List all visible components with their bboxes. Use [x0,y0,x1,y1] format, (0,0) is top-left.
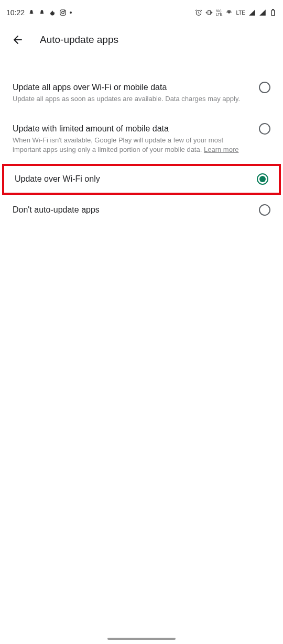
radio-button[interactable] [259,123,270,135]
learn-more-link[interactable]: Learn more [204,146,238,153]
alarm-icon [195,9,202,16]
status-bar-left: 10:22 [6,8,72,17]
nav-bar-indicator[interactable] [107,638,176,640]
svg-point-2 [64,10,65,11]
vibrate-icon [205,9,213,16]
status-bar: 10:22 Vo)LTE LTE [0,0,283,23]
radio-button[interactable] [259,82,270,93]
back-button[interactable] [12,34,24,46]
option-title: Don't auto-update apps [13,204,248,216]
page-header: Auto-update apps [0,23,283,57]
option-text: Update all apps over Wi-Fi or mobile dat… [13,82,259,104]
hotspot-icon [225,9,233,16]
radio-button[interactable] [259,204,270,216]
option-description: When Wi-Fi isn't available, Google Play … [13,136,248,154]
lte-text: LTE [236,10,245,16]
instagram-icon [59,9,67,16]
options-list: Update all apps over Wi-Fi or mobile dat… [0,57,283,225]
option-title: Update over Wi-Fi only [15,173,246,185]
signal-icon-2 [259,9,266,16]
option-title: Update with limited amount of mobile dat… [13,123,248,135]
signal-icon-1 [248,9,256,16]
option-update-all[interactable]: Update all apps over Wi-Fi or mobile dat… [13,72,270,114]
battery-icon [269,9,277,16]
notification-dot [70,12,72,14]
option-wifi-only[interactable]: Update over Wi-Fi only [15,173,268,185]
status-time: 10:22 [6,8,25,17]
radio-button-selected[interactable] [257,173,268,185]
tinder-icon [49,9,56,16]
option-text: Update over Wi-Fi only [15,173,257,185]
option-description: Update all apps as soon as updates are a… [13,94,248,104]
page-title: Auto-update apps [40,34,118,46]
radio-inner-icon [259,176,266,182]
snapchat-icon [28,9,35,16]
option-text: Don't auto-update apps [13,204,259,216]
option-wifi-only-highlight: Update over Wi-Fi only [2,164,281,194]
option-limited-data[interactable]: Update with limited amount of mobile dat… [13,114,270,164]
option-title: Update all apps over Wi-Fi or mobile dat… [13,82,248,93]
option-dont-update[interactable]: Don't auto-update apps [13,195,270,225]
snapchat-icon-2 [38,9,46,16]
svg-point-5 [228,12,230,13]
svg-rect-7 [273,9,274,10]
option-text: Update with limited amount of mobile dat… [13,123,259,155]
volte-icon: Vo)LTE [216,9,222,16]
svg-rect-6 [271,10,274,16]
svg-point-1 [62,12,64,14]
status-bar-right: Vo)LTE LTE [195,9,277,16]
svg-rect-4 [208,10,211,15]
